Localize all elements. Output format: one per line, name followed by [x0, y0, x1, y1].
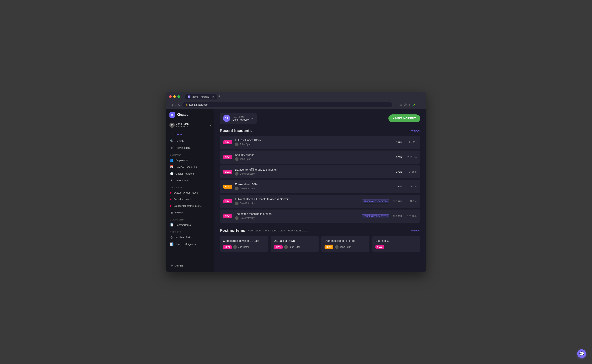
incident-row[interactable]: SEV1 Datacenter offline due to sandstorm…	[220, 165, 420, 178]
incident-row[interactable]: SEV1 EUWest Users all Unable to Access S…	[220, 195, 420, 208]
sev-badge: SEV2	[223, 185, 232, 188]
imoc-info: CP Current IMOC Cole Potrocky ✉	[220, 113, 257, 124]
profile-icon[interactable]: ⊕	[408, 103, 411, 107]
pm-card-title: US East is Down	[274, 239, 316, 242]
sidebar: K Kintaba JE John Egan Kintaba Corp ▾ ⌂ …	[166, 109, 214, 272]
close-button[interactable]	[169, 95, 172, 98]
incident-details: Datacenter offline due to sandstorm Cole…	[235, 168, 391, 176]
owner-name: Cole Potrocky	[240, 217, 255, 220]
incident-owner: John Egan	[235, 143, 391, 146]
status-badge: OPEN	[394, 155, 404, 159]
sidebar-item-automations[interactable]: ✦ Automations	[168, 177, 213, 184]
recent-incidents-header: Recent Incidents View All	[220, 128, 420, 133]
sidebar-item-admin[interactable]: ⚙ Admin	[168, 262, 213, 269]
sidebar-item-oncall-rotations[interactable]: 🕐 Oncall Rotations	[168, 170, 213, 177]
incident-title: Datacenter offline due to sandstorm	[235, 168, 391, 171]
pm-avatar	[233, 245, 237, 249]
owner-avatar	[235, 216, 239, 220]
incident-row[interactable]: SEV1 Security breach John Egan OPEN 25m …	[220, 150, 420, 164]
documents-section-label: Documents	[166, 216, 214, 222]
info-icon[interactable]: ⓘ	[404, 103, 407, 107]
minimize-button[interactable]	[173, 95, 176, 98]
incident-row[interactable]: SEV2 Egress down 30% Cole Potrocky OPEN …	[220, 180, 420, 193]
status-badge: OPEN	[394, 185, 404, 188]
reload-button[interactable]: ↻	[178, 103, 181, 107]
owner-name: John Egan	[240, 143, 251, 146]
back-button[interactable]: ‹	[172, 103, 173, 106]
user-company: Kintaba Corp	[176, 125, 208, 128]
incident-details: Egress down 30% Cole Potrocky	[235, 183, 391, 190]
incident-owner: Cole Potrocky	[235, 216, 359, 220]
incident-owner: John Egan	[235, 157, 391, 161]
main-content: CP Current IMOC Cole Potrocky ✉ + NEW IN…	[214, 109, 426, 272]
mail-icon[interactable]: ✉	[251, 117, 254, 120]
incident-meta: PENDING POSTMORTEM CLOSED 12h 43m	[362, 214, 417, 218]
postmortem-card[interactable]: Data secu... SEV1	[372, 236, 420, 252]
menu-icon[interactable]: ⋮	[417, 103, 420, 107]
pm-card-title: Database issues in prod	[324, 239, 366, 242]
lock-icon: 🔒	[185, 104, 188, 106]
maximize-button[interactable]	[177, 95, 180, 98]
incident-time: 12h 43m	[406, 215, 417, 217]
sev-badge: SEV1	[223, 155, 232, 159]
sev-badge: SEV2	[324, 245, 333, 249]
incident-title: Security breach	[235, 153, 391, 156]
tab-title: Home - Kintaba	[192, 96, 209, 98]
incident-title: EUWest Users all Unable to Access Server…	[235, 198, 359, 201]
extensions-icon[interactable]: 🧩	[412, 103, 416, 107]
browser-tab[interactable]: K Home - Kintaba ✕	[185, 94, 217, 99]
sidebar-incident-3[interactable]: Datacenter offline due t...	[168, 203, 213, 209]
sidebar-incident-2[interactable]: Security breach	[168, 196, 213, 202]
imoc-name: Cole Potrocky	[233, 118, 249, 121]
document-icon: 📄	[170, 223, 174, 227]
forward-button[interactable]: ›	[175, 103, 176, 106]
sidebar-item-label: Review Schedules	[175, 165, 197, 169]
incident-owner: Cole Potrocky	[235, 202, 359, 205]
imoc-label: Current IMOC	[233, 116, 249, 118]
sidebar-item-incident-status[interactable]: ◎ Incident Status	[168, 234, 213, 240]
new-incident-button[interactable]: + NEW INCIDENT	[388, 114, 420, 122]
owner-name: Cole Potrocky	[240, 202, 255, 205]
sidebar-item-search[interactable]: 🔍 Search	[168, 138, 213, 144]
sidebar-item-label: EUEast Under Attack	[174, 191, 198, 194]
search-icon: 🔍	[170, 139, 174, 143]
sidebar-item-new-incident[interactable]: ⊕ New Incident	[168, 144, 213, 151]
status-badge: OPEN	[394, 141, 404, 144]
star-icon[interactable]: ☆	[400, 103, 402, 107]
incident-row[interactable]: SEV1 EUEast Under Attack John Egan OPEN …	[220, 136, 420, 149]
incident-owner: Cole Potrocky	[235, 172, 391, 176]
chevron-down-icon: ▾	[210, 124, 211, 126]
pm-owner-name: John Egan	[289, 246, 300, 248]
grid-icon[interactable]: ⊞	[396, 103, 398, 107]
tab-close-button[interactable]: ✕	[212, 96, 214, 98]
new-tab-button[interactable]: +	[217, 94, 222, 99]
documents-nav: 📄 Postmortems	[166, 222, 214, 228]
sidebar-incident-1[interactable]: EUEast Under Attack	[168, 189, 213, 196]
sidebar-item-time-to-mitigation[interactable]: 📊 Time to Mitigation	[168, 241, 213, 247]
sidebar-item-postmortems[interactable]: 📄 Postmortems	[168, 222, 213, 228]
postmortem-card[interactable]: Database issues in prod SEV2 John Egan	[321, 236, 370, 252]
incident-row[interactable]: SEV1 The coffee machine is broken Cole P…	[220, 209, 420, 223]
sidebar-item-label: Home	[175, 133, 182, 136]
incident-meta: OPEN 5h 1m	[394, 185, 417, 188]
incident-meta: OPEN 1h 15m	[394, 170, 417, 174]
view-all-incidents-link[interactable]: View All	[411, 129, 420, 132]
sidebar-item-home[interactable]: ⌂ Home	[168, 131, 213, 137]
employees-icon: 👥	[170, 158, 174, 162]
address-bar[interactable]: 🔒 app.kintaba.com	[182, 102, 392, 107]
sidebar-item-label: Automations	[175, 179, 190, 182]
sidebar-item-review-schedules[interactable]: 📅 Review Schedules	[168, 164, 213, 170]
sidebar-item-employees[interactable]: 👥 Employees	[168, 157, 213, 163]
sidebar-view-all[interactable]: ⊞ View All	[168, 209, 213, 216]
user-menu[interactable]: JE John Egan Kintaba Corp ▾	[166, 121, 214, 129]
postmortem-card[interactable]: Cloudflare is down in EUEast SEV1 Zac Mo…	[220, 236, 268, 252]
view-all-postmortems-link[interactable]: View All	[411, 229, 420, 232]
logo-area: K Kintaba	[166, 112, 214, 121]
sidebar-item-label: Oncall Rotations	[175, 172, 195, 175]
sidebar-item-label: Time to Mitigation	[175, 243, 196, 246]
pm-card-footer: SEV1	[376, 245, 417, 249]
owner-avatar	[235, 172, 239, 176]
user-avatar: JE	[169, 123, 175, 128]
logo-text: Kintaba	[177, 113, 188, 117]
postmortem-card[interactable]: US East is Down SEV1 John Egan	[271, 236, 319, 252]
